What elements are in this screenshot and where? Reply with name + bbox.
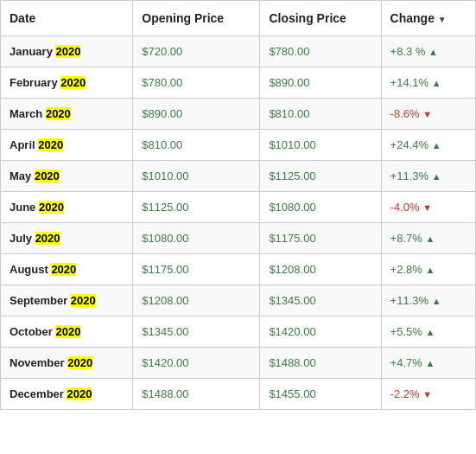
- change-cell: +11.3% ▲: [381, 285, 475, 317]
- header-opening-price: Opening Price: [133, 1, 260, 36]
- arrow-up-icon: ▲: [432, 78, 441, 88]
- arrow-up-icon: ▲: [428, 47, 438, 57]
- arrow-up-icon: ▲: [425, 265, 435, 275]
- change-cell: -2.2% ▼: [381, 379, 475, 410]
- opening-price-cell: $810.00: [133, 130, 260, 161]
- table-row: September 2020$1208.00$1345.00+11.3% ▲: [1, 285, 476, 317]
- change-cell: +2.8% ▲: [381, 254, 475, 285]
- table-row: November 2020$1420.00$1488.00+4.7% ▲: [1, 348, 476, 379]
- change-cell: +4.7% ▲: [381, 348, 475, 379]
- year-highlight: 2020: [67, 387, 92, 400]
- opening-price-cell: $1010.00: [133, 161, 260, 192]
- arrow-up-icon: ▲: [432, 140, 441, 150]
- change-cell: +11.3% ▲: [381, 161, 475, 192]
- table-row: March 2020$890.00$810.00-8.6% ▼: [1, 99, 476, 130]
- closing-price-cell: $1455.00: [260, 379, 381, 410]
- closing-price-cell: $1125.00: [260, 161, 381, 192]
- date-cell: November 2020: [1, 348, 133, 379]
- change-cell: -4.0% ▼: [381, 192, 475, 223]
- year-highlight: 2020: [51, 263, 76, 276]
- year-highlight: 2020: [55, 45, 80, 58]
- date-cell: April 2020: [1, 130, 133, 161]
- date-cell: December 2020: [1, 379, 133, 410]
- year-highlight: 2020: [39, 201, 64, 214]
- change-cell: -8.6% ▼: [381, 99, 475, 130]
- date-cell: March 2020: [1, 99, 133, 130]
- closing-price-cell: $1488.00: [260, 348, 381, 379]
- opening-price-cell: $1345.00: [133, 317, 260, 348]
- arrow-up-icon: ▲: [432, 171, 441, 182]
- year-highlight: 2020: [46, 107, 71, 120]
- opening-price-cell: $1080.00: [133, 223, 260, 254]
- year-highlight: 2020: [38, 138, 63, 151]
- closing-price-cell: $1208.00: [260, 254, 381, 285]
- change-cell: +24.4% ▲: [381, 130, 475, 161]
- table-row: July 2020$1080.00$1175.00+8.7% ▲: [1, 223, 476, 254]
- date-cell: June 2020: [1, 192, 133, 223]
- year-highlight: 2020: [67, 356, 92, 369]
- arrow-down-icon: ▼: [422, 109, 432, 119]
- opening-price-cell: $1208.00: [133, 285, 260, 317]
- arrow-up-icon: ▲: [425, 327, 435, 337]
- opening-price-cell: $720.00: [133, 36, 260, 67]
- change-cell: +8.7% ▲: [381, 223, 475, 254]
- year-highlight: 2020: [35, 169, 60, 182]
- header-closing-price: Closing Price: [260, 1, 381, 36]
- date-cell: August 2020: [1, 254, 133, 285]
- closing-price-cell: $1010.00: [260, 130, 381, 161]
- year-highlight: 2020: [35, 232, 60, 245]
- table-row: February 2020$780.00$890.00+14.1% ▲: [1, 67, 476, 99]
- closing-price-cell: $1420.00: [260, 317, 381, 348]
- opening-price-cell: $1420.00: [133, 348, 260, 379]
- closing-price-cell: $1175.00: [260, 223, 381, 254]
- price-table: Date Opening Price Closing Price Change …: [0, 0, 476, 410]
- table-row: October 2020$1345.00$1420.00+5.5% ▲: [1, 317, 476, 348]
- table-row: June 2020$1125.00$1080.00-4.0% ▼: [1, 192, 476, 223]
- opening-price-cell: $890.00: [133, 99, 260, 130]
- date-cell: September 2020: [1, 285, 133, 317]
- arrow-down-icon: ▼: [422, 202, 432, 213]
- year-highlight: 2020: [55, 325, 80, 338]
- closing-price-cell: $1080.00: [260, 192, 381, 223]
- date-cell: October 2020: [1, 317, 133, 348]
- table-row: January 2020$720.00$780.00+8.3 % ▲: [1, 36, 476, 67]
- sort-icon: ▼: [438, 15, 447, 24]
- arrow-up-icon: ▲: [425, 233, 435, 244]
- closing-price-cell: $890.00: [260, 67, 381, 99]
- table-row: August 2020$1175.00$1208.00+2.8% ▲: [1, 254, 476, 285]
- date-cell: July 2020: [1, 223, 133, 254]
- arrow-up-icon: ▲: [432, 296, 441, 306]
- arrow-down-icon: ▼: [422, 389, 432, 400]
- table-row: April 2020$810.00$1010.00+24.4% ▲: [1, 130, 476, 161]
- opening-price-cell: $1488.00: [133, 379, 260, 410]
- closing-price-cell: $1345.00: [260, 285, 381, 317]
- table-row: December 2020$1488.00$1455.00-2.2% ▼: [1, 379, 476, 410]
- year-highlight: 2020: [60, 76, 86, 89]
- header-date: Date: [1, 1, 133, 36]
- year-highlight: 2020: [71, 294, 96, 307]
- opening-price-cell: $780.00: [133, 67, 260, 99]
- opening-price-cell: $1125.00: [133, 192, 260, 223]
- change-cell: +5.5% ▲: [381, 317, 475, 348]
- arrow-up-icon: ▲: [425, 358, 435, 368]
- opening-price-cell: $1175.00: [133, 254, 260, 285]
- change-cell: +8.3 % ▲: [381, 36, 475, 67]
- date-cell: January 2020: [1, 36, 133, 67]
- closing-price-cell: $780.00: [260, 36, 381, 67]
- table-row: May 2020$1010.00$1125.00+11.3% ▲: [1, 161, 476, 192]
- header-change[interactable]: Change ▼: [381, 1, 475, 36]
- date-cell: February 2020: [1, 67, 133, 99]
- date-cell: May 2020: [1, 161, 133, 192]
- change-cell: +14.1% ▲: [381, 67, 475, 99]
- closing-price-cell: $810.00: [260, 99, 381, 130]
